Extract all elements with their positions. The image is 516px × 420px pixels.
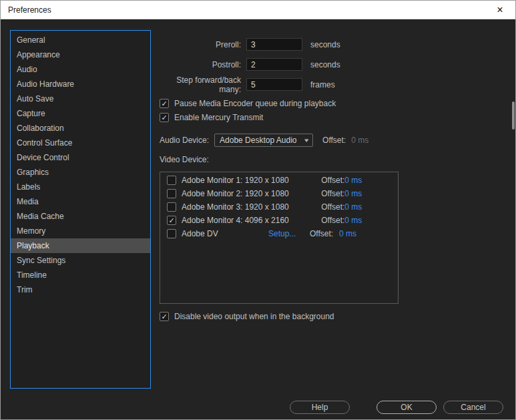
monitor2-offset-value[interactable]: 0 ms [344,189,364,198]
sidebar-item-memory[interactable]: Memory [11,224,150,238]
audio-device-label: Audio Device: [160,136,209,145]
help-button[interactable]: Help [290,401,350,414]
postroll-unit: seconds [310,60,340,69]
preroll-unit: seconds [310,40,340,49]
step-forward-back-unit: frames [310,80,335,89]
video-device-row-adobe-dv: Adobe DV Setup... Offset: 0 ms [160,227,398,240]
disable-video-output-label: Disable video output when in the backgro… [174,312,334,321]
video-device-row-monitor2: Adobe Monitor 2: 1920 x 1080 Offset: 0 m… [160,187,398,200]
preferences-dialog: Preferences × General Appearance Audio A… [0,0,516,420]
monitor4-offset-value[interactable]: 0 ms [344,216,364,225]
monitor1-offset-value[interactable]: 0 ms [344,176,364,185]
adobe-dv-offset-label: Offset: [310,229,339,238]
title-bar[interactable]: Preferences × [1,1,515,19]
monitor1-checkbox[interactable] [167,176,176,185]
mercury-transmit-row: ✓ Enable Mercury Transmit [160,113,509,122]
monitor3-offset-value[interactable]: 0 ms [344,202,364,212]
playback-settings-panel: Preroll: seconds Postroll: seconds Step … [160,38,509,326]
postroll-input[interactable] [246,58,302,71]
video-device-row-monitor3: Adobe Monitor 3: 1920 x 1080 Offset: 0 m… [160,200,398,214]
mercury-transmit-checkbox[interactable]: ✓ [160,113,169,122]
postroll-label: Postroll: [160,60,241,69]
scrollbar-thumb[interactable] [512,101,515,130]
sidebar-item-general[interactable]: General [11,33,150,47]
preroll-input[interactable] [246,38,302,51]
sidebar-item-device-control[interactable]: Device Control [11,150,150,165]
preroll-row: Preroll: seconds [160,38,509,51]
close-icon[interactable]: × [489,1,511,19]
monitor2-name: Adobe Monitor 2: 1920 x 1080 [182,189,289,198]
sidebar-item-auto-save[interactable]: Auto Save [11,91,150,106]
pause-encoder-label: Pause Media Encoder queue during playbac… [174,99,336,108]
monitor4-name: Adobe Monitor 4: 4096 x 2160 [182,216,289,225]
step-forward-back-row: Step forward/back many: frames [160,78,509,91]
monitor3-name: Adobe Monitor 3: 1920 x 1080 [182,202,289,212]
postroll-row: Postroll: seconds [160,58,509,71]
video-device-row-monitor1: Adobe Monitor 1: 1920 x 1080 Offset: 0 m… [160,174,398,187]
pause-encoder-row: ✓ Pause Media Encoder queue during playb… [160,99,509,108]
sidebar-item-labels[interactable]: Labels [11,180,150,194]
sidebar-item-appearance[interactable]: Appearance [11,47,150,62]
audio-offset-value: 0 ms [351,136,368,145]
adobe-dv-checkbox[interactable] [167,229,176,238]
disable-video-output-checkbox[interactable]: ✓ [160,312,169,321]
dialog-footer: Help OK Cancel [1,401,503,414]
ok-button[interactable]: OK [376,401,437,414]
monitor2-checkbox[interactable] [167,189,176,198]
monitor1-name: Adobe Monitor 1: 1920 x 1080 [182,176,289,185]
preferences-category-list: General Appearance Audio Audio Hardware … [10,30,151,389]
video-device-row-monitor4: ✓ Adobe Monitor 4: 4096 x 2160 Offset: 0… [160,214,398,227]
window-title: Preferences [8,5,51,15]
monitor3-checkbox[interactable] [167,202,176,212]
disable-video-output-row: ✓ Disable video output when in the backg… [160,312,509,321]
monitor4-offset-label: Offset: [321,216,344,225]
mercury-transmit-label: Enable Mercury Transmit [174,113,263,122]
cancel-button[interactable]: Cancel [443,401,503,414]
monitor3-offset-label: Offset: [321,202,344,212]
audio-device-row: Audio Device: Adobe Desktop Audio ▾ Offs… [160,134,509,147]
chevron-down-icon: ▾ [304,137,308,144]
sidebar-item-audio-hardware[interactable]: Audio Hardware [11,77,150,91]
adobe-dv-offset-value[interactable]: 0 ms [339,229,364,238]
audio-device-value: Adobe Desktop Audio [220,136,296,145]
sidebar-item-media-cache[interactable]: Media Cache [11,209,150,224]
monitor1-offset-label: Offset: [321,176,344,185]
sidebar-item-audio[interactable]: Audio [11,62,150,77]
pause-encoder-checkbox[interactable]: ✓ [160,99,169,108]
sidebar-item-sync-settings[interactable]: Sync Settings [11,253,150,268]
audio-offset-label: Offset: [322,136,346,145]
step-forward-back-label: Step forward/back many: [160,75,241,94]
video-device-list: Adobe Monitor 1: 1920 x 1080 Offset: 0 m… [160,172,399,304]
sidebar-item-collaboration[interactable]: Collaboration [11,121,150,136]
sidebar-item-graphics[interactable]: Graphics [11,165,150,180]
monitor2-offset-label: Offset: [321,189,344,198]
step-forward-back-input[interactable] [246,78,302,91]
audio-device-select[interactable]: Adobe Desktop Audio ▾ [214,134,313,147]
monitor4-checkbox[interactable]: ✓ [167,216,176,225]
sidebar-item-control-surface[interactable]: Control Surface [11,136,150,150]
sidebar-item-capture[interactable]: Capture [11,106,150,121]
sidebar-item-trim[interactable]: Trim [11,282,150,297]
adobe-dv-setup-link[interactable]: Setup... [268,229,310,238]
video-device-label: Video Device: [160,155,509,164]
adobe-dv-name: Adobe DV [182,229,268,238]
sidebar-item-playback[interactable]: Playback [11,238,150,253]
sidebar-item-timeline[interactable]: Timeline [11,268,150,282]
preroll-label: Preroll: [160,40,241,49]
sidebar-item-media[interactable]: Media [11,194,150,209]
